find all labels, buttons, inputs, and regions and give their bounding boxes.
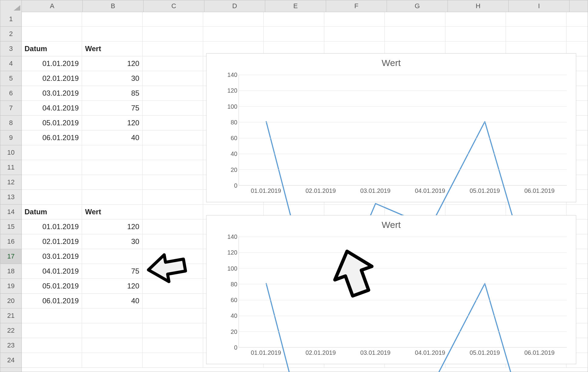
- cell-A13[interactable]: [21, 190, 82, 204]
- cell-A22[interactable]: [21, 323, 82, 338]
- cell-B7[interactable]: 75: [82, 101, 143, 115]
- cell-C20[interactable]: [143, 294, 203, 308]
- row-header-5[interactable]: 5: [0, 71, 21, 86]
- cell-A20[interactable]: 06.01.2019: [21, 294, 82, 308]
- column-header-a[interactable]: A: [22, 0, 83, 12]
- cell-C21[interactable]: [143, 308, 203, 323]
- cell-C3[interactable]: [143, 41, 203, 56]
- cell-G1[interactable]: [385, 12, 445, 26]
- cell-C23[interactable]: [143, 338, 203, 353]
- row-header-16[interactable]: 16: [0, 234, 21, 249]
- cell-A19[interactable]: 05.01.2019: [21, 279, 82, 293]
- row-header-8[interactable]: 8: [0, 116, 21, 130]
- cell-C9[interactable]: [143, 130, 203, 145]
- cell-B19[interactable]: 120: [82, 279, 143, 293]
- cell-A12[interactable]: [21, 175, 82, 189]
- row-header-19[interactable]: 19: [0, 279, 21, 294]
- cell-C11[interactable]: [143, 160, 203, 175]
- cell-A10[interactable]: [21, 145, 82, 160]
- row-header-4[interactable]: 4: [0, 56, 21, 71]
- cell-B15[interactable]: 120: [82, 219, 143, 234]
- row-header-3[interactable]: 3: [0, 41, 21, 56]
- cell-A23[interactable]: [21, 338, 82, 353]
- cell-H1[interactable]: [445, 12, 506, 26]
- cell-B8[interactable]: 120: [82, 116, 143, 130]
- cell-C1[interactable]: [143, 12, 203, 26]
- row-header-22[interactable]: 22: [0, 323, 21, 338]
- cell-B22[interactable]: [82, 323, 143, 338]
- row-header-13[interactable]: 13: [0, 190, 21, 205]
- column-header-g[interactable]: G: [387, 0, 448, 12]
- cell-C13[interactable]: [143, 190, 203, 204]
- cell-B3[interactable]: Wert: [82, 41, 143, 56]
- cell-D2[interactable]: [203, 27, 264, 41]
- cell-D1[interactable]: [203, 12, 264, 26]
- cell-I2[interactable]: [506, 27, 567, 41]
- cell-A9[interactable]: 06.01.2019: [21, 130, 82, 145]
- column-header-d[interactable]: D: [204, 0, 265, 12]
- cell-C7[interactable]: [143, 101, 203, 115]
- cell-C4[interactable]: [143, 56, 203, 71]
- row-header-10[interactable]: 10: [0, 145, 21, 160]
- cell-H2[interactable]: [445, 27, 506, 41]
- column-header-b[interactable]: B: [83, 0, 144, 12]
- cell-B9[interactable]: 40: [82, 130, 143, 145]
- cell-A11[interactable]: [21, 160, 82, 175]
- select-all-corner[interactable]: [0, 0, 22, 12]
- cell-C6[interactable]: [143, 86, 203, 100]
- cell-F2[interactable]: [324, 27, 385, 41]
- row-header-23[interactable]: 23: [0, 338, 21, 353]
- row-header-1[interactable]: 1: [0, 12, 21, 27]
- row-header-9[interactable]: 9: [0, 130, 21, 145]
- cell-E2[interactable]: [264, 27, 324, 41]
- cell-B5[interactable]: 30: [82, 71, 143, 86]
- cell-B16[interactable]: 30: [82, 234, 143, 249]
- column-header-h[interactable]: H: [448, 0, 509, 12]
- cell-F1[interactable]: [324, 12, 385, 26]
- row-header-6[interactable]: 6: [0, 86, 21, 101]
- row-header-20[interactable]: 20: [0, 294, 21, 308]
- row-header-7[interactable]: 7: [0, 101, 21, 116]
- cell-B14[interactable]: Wert: [82, 205, 143, 219]
- cell-C14[interactable]: [143, 205, 203, 219]
- cell-B13[interactable]: [82, 190, 143, 204]
- cell-A15[interactable]: 01.01.2019: [21, 219, 82, 234]
- cell-C15[interactable]: [143, 219, 203, 234]
- cell-C5[interactable]: [143, 71, 203, 86]
- cell-B17[interactable]: [82, 249, 143, 264]
- cell-C22[interactable]: [143, 323, 203, 338]
- cell-B12[interactable]: [82, 175, 143, 189]
- cell-I1[interactable]: [506, 12, 567, 26]
- cell-B1[interactable]: [82, 12, 143, 26]
- cell-C24[interactable]: [143, 353, 203, 367]
- cell-A4[interactable]: 01.01.2019: [21, 56, 82, 71]
- cell-B23[interactable]: [82, 338, 143, 353]
- cell-C16[interactable]: [143, 234, 203, 249]
- cell-G2[interactable]: [385, 27, 445, 41]
- row-header-14[interactable]: 14: [0, 205, 21, 219]
- column-header-e[interactable]: E: [265, 0, 326, 12]
- row-header-18[interactable]: 18: [0, 264, 21, 279]
- cell-A24[interactable]: [21, 353, 82, 367]
- cell-A7[interactable]: 04.01.2019: [21, 101, 82, 115]
- row-header-12[interactable]: 12: [0, 175, 21, 190]
- cell-A18[interactable]: 04.01.2019: [21, 264, 82, 278]
- column-header-c[interactable]: C: [144, 0, 204, 12]
- cell-E1[interactable]: [264, 12, 324, 26]
- cell-C10[interactable]: [143, 145, 203, 160]
- row-header-17[interactable]: 17: [0, 249, 21, 264]
- row-header-11[interactable]: 11: [0, 160, 21, 175]
- column-header-i[interactable]: I: [509, 0, 570, 12]
- cell-A8[interactable]: 05.01.2019: [21, 116, 82, 130]
- chart-bottom[interactable]: Wert 01.01.201902.01.201903.01.201904.01…: [206, 215, 576, 364]
- cell-A1[interactable]: [21, 12, 82, 26]
- row-header-15[interactable]: 15: [0, 219, 21, 234]
- cell-A2[interactable]: [21, 27, 82, 41]
- cell-C8[interactable]: [143, 116, 203, 130]
- cell-B20[interactable]: 40: [82, 294, 143, 308]
- cell-B11[interactable]: [82, 160, 143, 175]
- cell-A17[interactable]: 03.01.2019: [21, 249, 82, 264]
- cell-A14[interactable]: Datum: [21, 205, 82, 219]
- cell-C2[interactable]: [143, 27, 203, 41]
- cell-B6[interactable]: 85: [82, 86, 143, 100]
